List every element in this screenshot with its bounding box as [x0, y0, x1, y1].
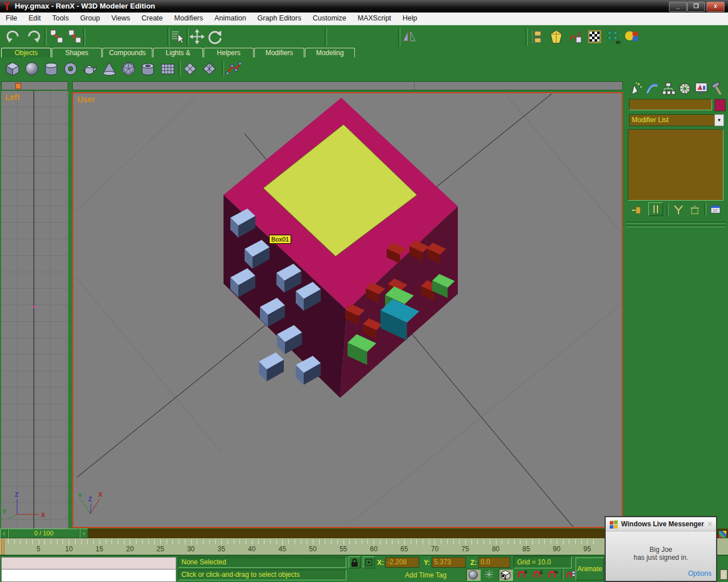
- viewport-user[interactable]: Y Z X User Box01: [72, 92, 623, 528]
- select-and-link-icon[interactable]: [49, 29, 65, 45]
- viewport-left-label[interactable]: Left: [5, 93, 20, 102]
- spinner-snap-icon[interactable]: [564, 569, 577, 581]
- menu-group[interactable]: Group: [75, 13, 106, 24]
- cone-primitive-icon[interactable]: [101, 61, 117, 77]
- percent-snap-icon[interactable]: %: [546, 569, 560, 581]
- left-viewport-object-dot[interactable]: [33, 306, 35, 308]
- modifier-list-arrow-icon[interactable]: ▼: [714, 114, 724, 126]
- select-and-rotate-icon[interactable]: [208, 29, 224, 45]
- angle-snap-icon[interactable]: ∠: [531, 569, 544, 581]
- render-cube-button[interactable]: [499, 569, 513, 581]
- bones-icon[interactable]: [225, 61, 241, 77]
- collapsed-viewport-top[interactable]: [72, 81, 623, 90]
- menu-graph-editors[interactable]: Graph Editors: [252, 13, 307, 24]
- show-end-result-button[interactable]: [648, 202, 663, 216]
- close-button[interactable]: x: [706, 2, 725, 12]
- tab-objects[interactable]: Objects: [1, 48, 51, 57]
- add-time-tag-button[interactable]: Add Time Tag: [405, 571, 446, 579]
- tab-modifiers[interactable]: Modifiers: [254, 48, 304, 57]
- object-name-field[interactable]: [629, 99, 712, 110]
- viewport-left[interactable]: Left Z X Y: [1, 91, 68, 529]
- track-view-icon[interactable]: [529, 29, 545, 45]
- collapsed-viewport-left[interactable]: [1, 81, 68, 90]
- cylinder-primitive-icon[interactable]: [43, 61, 59, 77]
- display-tab-icon[interactable]: [694, 81, 709, 96]
- animate-button[interactable]: Animate: [576, 558, 604, 580]
- title-bar: Hey.gmax - RenX - W3D Modeler Edition _ …: [0, 0, 728, 13]
- menu-views[interactable]: Views: [106, 13, 136, 24]
- menu-modifiers[interactable]: Modifiers: [168, 13, 209, 24]
- macro-recorder-field[interactable]: [1, 557, 176, 569]
- mirror-icon[interactable]: [402, 29, 417, 45]
- sphere-primitive-icon[interactable]: [24, 61, 40, 77]
- snap-toggle-3d-icon[interactable]: 3: [515, 569, 529, 581]
- object-color-swatch[interactable]: [714, 99, 726, 111]
- tube-primitive-icon[interactable]: [140, 61, 156, 77]
- motion-tab-icon[interactable]: [677, 81, 693, 96]
- tri-patch-icon[interactable]: [201, 61, 217, 77]
- menu-customize[interactable]: Customize: [307, 13, 352, 24]
- y-coord-field[interactable]: 5.373: [432, 557, 466, 568]
- remove-modifier-icon[interactable]: [687, 203, 702, 216]
- pin-stack-icon[interactable]: [630, 203, 645, 216]
- time-slider-thumb[interactable]: 0 / 100: [8, 529, 80, 538]
- messenger-popup[interactable]: Windows Live Messenger ✕ Big Joe has jus…: [605, 516, 717, 582]
- make-unique-icon[interactable]: [671, 203, 686, 216]
- menu-tools[interactable]: Tools: [47, 13, 75, 24]
- absolute-offset-toggle[interactable]: [363, 556, 375, 568]
- z-coord-field[interactable]: 0.0: [478, 557, 510, 568]
- x-coord-field[interactable]: -2.208: [385, 557, 419, 568]
- tab-lights-cameras[interactable]: Lights & Cameras: [153, 48, 203, 57]
- degradation-override-button[interactable]: [466, 569, 481, 581]
- create-tab-icon[interactable]: [628, 81, 643, 96]
- select-by-name-icon[interactable]: [169, 29, 185, 45]
- unlink-selection-icon[interactable]: [67, 29, 83, 45]
- right-edge-clipboard-icon[interactable]: [720, 569, 727, 580]
- ruler-position-marker[interactable]: [1, 539, 2, 555]
- dashed-star-button[interactable]: [483, 569, 497, 581]
- messenger-close-icon[interactable]: ✕: [707, 517, 713, 531]
- menu-animation[interactable]: Animation: [209, 13, 252, 24]
- material-navigator-icon[interactable]: [548, 29, 565, 45]
- next-frame-button[interactable]: ›: [80, 529, 88, 538]
- box01-object[interactable]: [224, 98, 458, 398]
- modify-tab-icon[interactable]: [644, 81, 660, 96]
- maxscript-listener-field[interactable]: [1, 569, 176, 582]
- tab-helpers[interactable]: Helpers: [204, 48, 254, 57]
- minimize-button[interactable]: _: [669, 2, 687, 12]
- quad-patch-icon[interactable]: [182, 61, 198, 77]
- hierarchy-tab-icon[interactable]: [661, 81, 676, 96]
- wwskin-id-icon[interactable]: ID: [605, 29, 622, 45]
- configure-modifier-sets-icon[interactable]: [709, 203, 723, 216]
- workspace: Left Z X Y: [0, 80, 728, 529]
- box-primitive-icon[interactable]: [5, 61, 20, 77]
- prev-frame-button[interactable]: ‹: [0, 529, 8, 538]
- viewport-user-label[interactable]: User: [77, 95, 95, 104]
- redo-icon[interactable]: [25, 29, 41, 45]
- right-edge-icon[interactable]: [719, 531, 726, 538]
- teapot-primitive-icon[interactable]: [82, 61, 98, 77]
- menu-file[interactable]: File: [0, 13, 23, 24]
- messenger-title-bar[interactable]: Windows Live Messenger ✕: [606, 517, 716, 531]
- menu-edit[interactable]: Edit: [23, 13, 47, 24]
- menu-help[interactable]: Help: [397, 13, 423, 24]
- messenger-options-link[interactable]: Options: [688, 569, 712, 577]
- tab-shapes[interactable]: Shapes: [52, 48, 102, 57]
- modifier-list-dropdown[interactable]: Modifier List: [629, 114, 715, 126]
- modifier-stack-list[interactable]: [628, 129, 723, 201]
- select-and-move-icon[interactable]: [189, 29, 205, 44]
- utilities-tab-icon[interactable]: [710, 81, 726, 96]
- torus-primitive-icon[interactable]: [63, 61, 78, 77]
- color-balls-icon[interactable]: [623, 29, 642, 45]
- undo-icon[interactable]: [6, 29, 22, 45]
- restore-button[interactable]: ❐: [687, 2, 705, 12]
- grid-primitive-icon[interactable]: [160, 61, 176, 77]
- menu-create[interactable]: Create: [136, 13, 169, 24]
- tab-modeling[interactable]: Modeling: [305, 48, 355, 57]
- geosphere-primitive-icon[interactable]: [121, 61, 136, 77]
- menu-maxscript[interactable]: MAXScript: [352, 13, 397, 24]
- tab-compounds[interactable]: Compounds: [102, 48, 152, 57]
- selection-lock-button[interactable]: [349, 556, 361, 568]
- schematic-view-icon[interactable]: [568, 29, 585, 45]
- material-editor-icon[interactable]: [587, 29, 603, 45]
